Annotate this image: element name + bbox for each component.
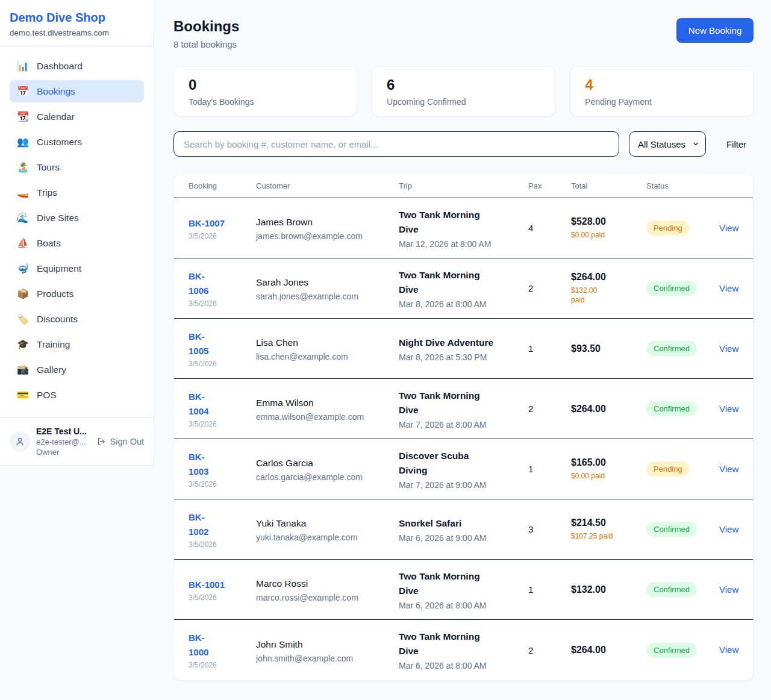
customer-name: Lisa Chen bbox=[256, 336, 399, 350]
table-row: BK- 1005 3/5/2026 Lisa Chen lisa.chen@ex… bbox=[174, 319, 753, 379]
total-amount: $264.00 bbox=[571, 404, 646, 414]
trip-name: Night Dive Adventure bbox=[399, 336, 528, 350]
view-link[interactable]: View bbox=[719, 464, 738, 474]
sidebar-item-discounts[interactable]: 🏷️ Discounts bbox=[10, 308, 144, 330]
booking-date: 3/5/2026 bbox=[189, 480, 256, 489]
table-row: BK- 1006 3/5/2026 Sarah Jones sarah.jone… bbox=[174, 258, 753, 319]
gallery-icon: 📸 bbox=[17, 364, 29, 375]
trip-name: Two Tank Morning Dive bbox=[399, 630, 528, 658]
sidebar-item-label: Trips bbox=[37, 187, 57, 198]
new-booking-button[interactable]: New Booking bbox=[676, 18, 754, 43]
sign-out-button[interactable]: Sign Out bbox=[97, 437, 144, 446]
sidebar-item-trips[interactable]: 🚤 Trips bbox=[10, 181, 144, 204]
total-bookings-count: 8 total bookings bbox=[173, 39, 239, 49]
booking-id-link[interactable]: BK- 1003 bbox=[189, 450, 256, 479]
pax-count: 3 bbox=[528, 524, 571, 534]
status-badge: Confirmed bbox=[646, 401, 697, 416]
view-link[interactable]: View bbox=[719, 343, 738, 354]
sidebar-item-tours[interactable]: 🏝️ Tours bbox=[10, 156, 144, 178]
column-header-trip: Trip bbox=[399, 181, 528, 190]
equipment-icon: 🤿 bbox=[17, 263, 29, 274]
sidebar-item-equipment[interactable]: 🤿 Equipment bbox=[10, 257, 144, 280]
dive-sites-icon: 🌊 bbox=[17, 212, 29, 223]
status-badge: Confirmed bbox=[646, 281, 697, 296]
filter-button[interactable]: Filter bbox=[726, 139, 746, 149]
sidebar-item-dashboard[interactable]: 📊 Dashboard bbox=[10, 55, 144, 77]
trip-datetime: Mar 7, 2026 at 8:00 AM bbox=[399, 420, 528, 430]
user-icon bbox=[14, 436, 25, 447]
trip-datetime: Mar 7, 2026 at 9:00 AM bbox=[399, 480, 528, 490]
sidebar-item-label: Boats bbox=[37, 238, 61, 249]
sidebar-item-bookings[interactable]: 📅 Bookings bbox=[10, 80, 144, 102]
booking-date: 3/5/2026 bbox=[189, 420, 256, 428]
stat-card: 0 Today's Bookings bbox=[173, 66, 357, 116]
booking-id-link[interactable]: BK- 1006 bbox=[189, 269, 256, 298]
sidebar-item-calendar[interactable]: 📆 Calendar bbox=[10, 105, 144, 128]
customer-name: Carlos Garcia bbox=[256, 456, 399, 470]
discounts-icon: 🏷️ bbox=[17, 313, 29, 325]
trip-datetime: Mar 8, 2026 at 5:30 PM bbox=[399, 352, 528, 362]
sidebar-item-dive-sites[interactable]: 🌊 Dive Sites bbox=[10, 207, 144, 229]
view-link[interactable]: View bbox=[719, 223, 738, 233]
sidebar-item-label: Training bbox=[37, 339, 70, 350]
view-link[interactable]: View bbox=[719, 404, 738, 414]
sidebar-item-label: Tours bbox=[37, 162, 60, 173]
brand-block: Demo Dive Shop demo.test.divestreams.com bbox=[0, 0, 154, 46]
booking-id-link[interactable]: BK-1007 bbox=[189, 216, 256, 231]
sidebar-item-pos[interactable]: 💳 POS bbox=[10, 384, 144, 406]
bookings-icon: 📅 bbox=[17, 86, 29, 97]
training-icon: 🎓 bbox=[17, 339, 29, 350]
sidebar-item-customers[interactable]: 👥 Customers bbox=[10, 131, 144, 153]
trip-name: Snorkel Safari bbox=[399, 516, 528, 531]
status-select[interactable]: All Statuses bbox=[629, 131, 706, 157]
booking-id-link[interactable]: BK- 1002 bbox=[189, 510, 256, 539]
status-badge: Confirmed bbox=[646, 341, 697, 356]
customer-email: carlos.garcia@example.com bbox=[256, 472, 399, 482]
paid-amount: $132.00 paid bbox=[571, 286, 646, 305]
paid-amount: $0.00 paid bbox=[571, 471, 646, 481]
search-input[interactable] bbox=[173, 131, 619, 157]
customer-email: john.smith@example.com bbox=[256, 654, 399, 663]
view-link[interactable]: View bbox=[719, 645, 738, 655]
booking-id-link[interactable]: BK-1001 bbox=[189, 578, 256, 592]
brand-name[interactable]: Demo Dive Shop bbox=[10, 11, 144, 25]
booking-id-link[interactable]: BK- 1004 bbox=[189, 390, 256, 419]
view-link[interactable]: View bbox=[719, 524, 738, 534]
stat-card: 4 Pending Payment bbox=[570, 66, 754, 116]
boats-icon: ⛵ bbox=[17, 237, 29, 249]
status-badge: Confirmed bbox=[646, 643, 697, 658]
booking-id-link[interactable]: BK- 1000 bbox=[189, 631, 256, 660]
sidebar-item-label: Dive Sites bbox=[37, 213, 79, 223]
trip-datetime: Mar 8, 2026 at 8:00 AM bbox=[399, 299, 528, 309]
sidebar-item-label: Equipment bbox=[37, 263, 81, 274]
trip-datetime: Mar 12, 2026 at 8:00 AM bbox=[399, 239, 528, 249]
stat-card: 6 Upcoming Confirmed bbox=[372, 66, 555, 116]
column-header-customer: Customer bbox=[256, 181, 399, 190]
customer-name: Yuki Tanaka bbox=[256, 516, 399, 531]
sidebar-item-boats[interactable]: ⛵ Boats bbox=[10, 232, 144, 254]
status-badge: Confirmed bbox=[646, 522, 697, 537]
column-header-booking: Booking bbox=[189, 181, 256, 190]
sidebar-item-products[interactable]: 📦 Products bbox=[10, 283, 144, 305]
pax-count: 2 bbox=[528, 283, 571, 293]
customers-icon: 👥 bbox=[17, 136, 29, 148]
sidebar-item-gallery[interactable]: 📸 Gallery bbox=[10, 358, 144, 381]
trip-datetime: Mar 6, 2026 at 8:00 AM bbox=[399, 601, 528, 610]
customer-name: Emma Wilson bbox=[256, 396, 399, 410]
sign-out-label: Sign Out bbox=[110, 437, 144, 446]
sidebar-item-training[interactable]: 🎓 Training bbox=[10, 333, 144, 355]
pax-count: 2 bbox=[528, 645, 571, 655]
view-link[interactable]: View bbox=[719, 584, 738, 595]
trip-name: Two Tank Morning Dive bbox=[399, 569, 528, 598]
booking-id-link[interactable]: BK- 1005 bbox=[189, 330, 256, 358]
booking-date: 3/5/2026 bbox=[189, 593, 256, 602]
table-body: BK-1007 3/5/2026 James Brown james.brown… bbox=[174, 198, 753, 680]
pax-count: 1 bbox=[528, 343, 571, 354]
view-link[interactable]: View bbox=[719, 283, 738, 293]
table-row: BK- 1003 3/5/2026 Carlos Garcia carlos.g… bbox=[174, 439, 753, 499]
customer-email: marco.rossi@example.com bbox=[256, 593, 399, 602]
total-amount: $264.00 bbox=[571, 272, 646, 283]
user-info: E2E Test U... e2e-tester@... Owner bbox=[36, 427, 87, 457]
trip-datetime: Mar 6, 2026 at 9:00 AM bbox=[399, 533, 528, 543]
table-row: BK- 1004 3/5/2026 Emma Wilson emma.wilso… bbox=[174, 379, 753, 439]
